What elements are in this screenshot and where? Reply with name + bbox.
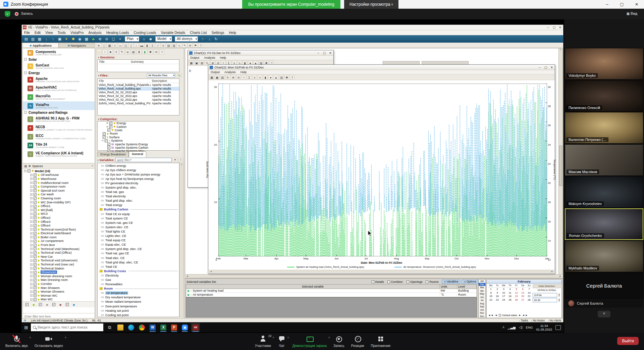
ve-menu-item[interactable]: Charts List	[187, 31, 209, 35]
category-row[interactable]: ⊞ ✱ Carbon	[98, 125, 179, 128]
security-shield-icon[interactable]: ✓	[5, 11, 10, 17]
file-explorer-icon[interactable]	[116, 323, 125, 332]
expand-icon[interactable]: +	[30, 263, 33, 266]
mean-chart-icon[interactable]: x	[252, 75, 257, 80]
file-row[interactable]: Volvo_Rev3_02_02_2022.apsApache results	[98, 98, 179, 102]
space-checkbox[interactable]	[34, 193, 37, 196]
lamp-icon[interactable]: ◉	[77, 36, 83, 42]
variable-row[interactable]: Mean radiant temperature	[98, 300, 179, 304]
option-checkbox[interactable]: Openings	[407, 280, 422, 284]
storeys-combo[interactable]: All storeys	[175, 36, 198, 42]
chart2-window-controls[interactable]: –▢✕	[537, 65, 555, 70]
molecule-icon[interactable]: ✳	[114, 49, 119, 54]
space-row[interactable]: + ◆ Air compartment	[23, 239, 95, 243]
settings-chart-icon[interactable]: ✱	[284, 75, 289, 80]
status-notes[interactable]: No Notes	[531, 319, 545, 322]
dollar-icon[interactable]: $	[137, 49, 142, 54]
space-checkbox[interactable]	[34, 185, 37, 188]
variable-row[interactable]: Total elec. CE	[98, 256, 179, 260]
space-checkbox[interactable]	[34, 181, 37, 184]
space-row[interactable]: + ◆ Office3	[23, 220, 95, 224]
taskbar-clock[interactable]: 11:34 01.06.2022	[536, 324, 552, 331]
zoom-toolbar-button[interactable]: Включить звук	[2, 334, 31, 349]
cursor-icon[interactable]: ➤	[108, 49, 113, 54]
files-filter-combo[interactable]: All Results Files	[147, 73, 175, 78]
expand-icon[interactable]: +	[30, 201, 33, 203]
ve-menu-item[interactable]: Edit	[32, 31, 43, 35]
space-checkbox[interactable]	[34, 240, 37, 243]
calendar-date[interactable]: 13	[520, 291, 526, 295]
space-checkbox[interactable]	[34, 251, 37, 254]
calendar-date[interactable]: 23	[494, 298, 500, 302]
prev-date-button[interactable]: ◄	[495, 314, 497, 317]
leave-meeting-button[interactable]: Выйти	[617, 337, 639, 345]
suncast-app-item[interactable]: ☀SunCastSOLAR SHADING ANALYSIS	[23, 62, 95, 70]
refresh-chart-icon[interactable]: ↻	[225, 75, 230, 80]
zoom-toolbar-button[interactable]: Запись	[330, 334, 348, 349]
expand-icon[interactable]: +	[30, 236, 33, 238]
spaces-grid-icon[interactable]: ▦	[24, 164, 27, 168]
components-app-item[interactable]: ◧ComponentsCOMPONENT MODELLER	[23, 48, 95, 57]
space-row[interactable]: + ◆ Boiler room	[23, 235, 95, 239]
file-row[interactable]: Volvo_Rev5_02_02_2022.apsApache results	[98, 91, 179, 94]
last-date-button[interactable]: ►►	[523, 314, 528, 317]
space-checkbox[interactable]	[34, 216, 37, 219]
calendar-date[interactable]: 24	[500, 298, 507, 302]
tab-navigators[interactable]: Navigators	[59, 43, 95, 48]
variable-row[interactable]: Total CE	[98, 264, 179, 269]
macroflo-app-item[interactable]: ≈MacroFloMULTI-ZONE AIR MOVEMENT	[23, 93, 95, 101]
expand-icon[interactable]: +	[30, 291, 33, 293]
sum-chart-icon[interactable]: Σ	[247, 75, 252, 80]
space-checkbox[interactable]	[34, 236, 37, 239]
tray-chevron-icon[interactable]: ˄	[502, 326, 504, 329]
space-row[interactable]: + ◆ Technical void (new car)	[23, 262, 95, 266]
pan-icon[interactable]: +	[117, 36, 123, 42]
mail2-icon[interactable]: ✉	[154, 49, 159, 54]
chart1-window-controls[interactable]: –▢✕	[315, 51, 333, 55]
space-checkbox[interactable]	[34, 212, 37, 215]
category-checkbox[interactable]	[109, 122, 112, 125]
category-row[interactable]: ▤ Apache Systems Energy	[98, 142, 179, 146]
calendar-date[interactable]: 21	[526, 295, 532, 298]
language-indicator[interactable]: ENG	[526, 326, 533, 329]
space-checkbox[interactable]	[34, 271, 37, 274]
calendar-date[interactable]: 20	[520, 295, 526, 298]
window-control-button[interactable]: ✕	[629, 0, 644, 9]
ghost-icon[interactable]: ◉	[125, 49, 130, 54]
file-row[interactable]: Volvo_Rev5_Actual_building_PVpanels.apsA…	[98, 83, 179, 87]
space-row[interactable]: + ◆ Woman Showers	[23, 290, 95, 294]
folder-icon[interactable]: ▭	[97, 49, 102, 54]
space-checkbox[interactable]	[34, 255, 37, 258]
column-icon[interactable]: ▮	[145, 43, 150, 48]
pi-icon[interactable]: π	[161, 43, 166, 48]
app-group-header[interactable]: −Solar	[23, 57, 95, 62]
layers-icon[interactable]: ≡	[112, 43, 117, 48]
speaker-icon[interactable]: ◁)	[519, 326, 523, 329]
task-view-icon[interactable]: ⧉	[105, 323, 114, 332]
space-checkbox[interactable]	[34, 286, 37, 289]
category-row[interactable]: ⊞ ✱ Energy	[98, 121, 179, 125]
month-item[interactable]: Nov	[479, 311, 485, 315]
ve-menu-item[interactable]: Variable Details	[159, 31, 188, 35]
time-spinner[interactable]: 00:30▲▼	[533, 298, 561, 302]
file-row[interactable]: Volvo_Rev4_02_02_2022.apsApache results	[98, 94, 179, 98]
space-checkbox[interactable]	[34, 279, 37, 282]
zoom-in-chart-icon[interactable]: ⊕	[231, 75, 235, 80]
space-row[interactable]: + ◆ Oil warhouse	[23, 173, 95, 177]
expand-icon[interactable]: +	[30, 283, 33, 285]
option-toggle[interactable]: Options	[462, 280, 478, 284]
help2-icon[interactable]: ?	[159, 49, 164, 54]
expand-icon[interactable]: +	[30, 279, 33, 281]
space-row[interactable]: + ◆ Woman WC	[23, 294, 95, 298]
calendar-date[interactable]: 8	[488, 291, 494, 295]
first-date-button[interactable]: ◄◄	[488, 314, 493, 317]
space-checkbox[interactable]	[34, 189, 37, 192]
month-item[interactable]: May	[479, 292, 485, 296]
space-row[interactable]: + ◆ Cleaning room	[23, 196, 95, 200]
expand-icon[interactable]: +	[30, 220, 33, 223]
category-checkbox[interactable]	[107, 129, 110, 132]
default-dates-checkbox[interactable]	[499, 314, 501, 316]
space-row[interactable]: + ◆ multifunctional room	[23, 181, 95, 185]
space-checkbox[interactable]	[34, 259, 37, 262]
space-row[interactable]: + ◆ Corridor	[23, 282, 95, 286]
